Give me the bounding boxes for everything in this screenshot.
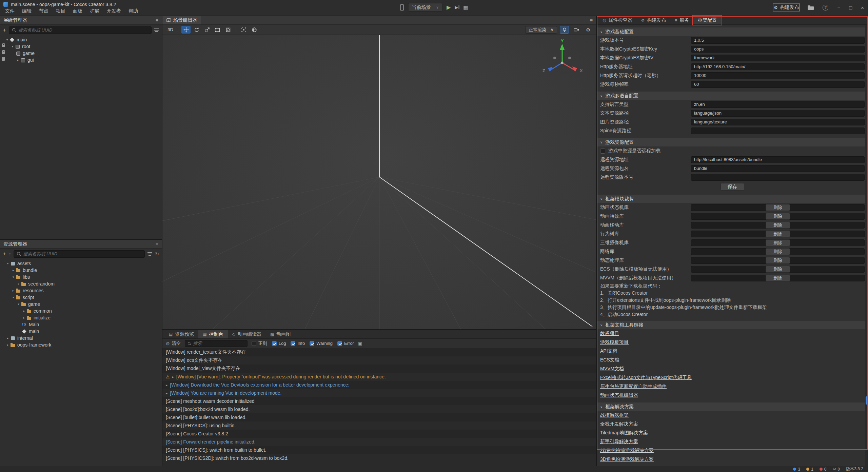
expand-arrow[interactable] — [10, 45, 15, 48]
preview-device-icon[interactable] — [400, 4, 404, 11]
tree-node[interactable]: script — [0, 294, 162, 301]
transform-tool-button[interactable] — [223, 26, 233, 34]
scene-editor-tab[interactable]: 场景编辑器 — [162, 16, 201, 24]
console-log-row[interactable]: [Window] model_view文件夹不存在 — [162, 365, 596, 373]
console-log-row[interactable]: ▸ [Window] Download the Vue Devtools ext… — [162, 381, 596, 389]
pivot-toggle-button[interactable] — [239, 26, 248, 34]
value-input[interactable]: 60 — [691, 81, 865, 88]
delete-button[interactable]: 删除 — [766, 257, 790, 264]
maximize-button[interactable]: □ — [849, 5, 852, 11]
console-log-row[interactable]: [Scene] [bullet]:bullet wasm lib loaded. — [162, 413, 596, 421]
menu-item[interactable]: 开发者 — [103, 7, 125, 15]
tree-node[interactable]: libs — [0, 274, 162, 280]
delete-button[interactable]: 删除 — [766, 222, 790, 229]
expand-arrow[interactable] — [16, 282, 21, 286]
section-chevron-icon[interactable]: ∨ — [600, 405, 603, 409]
tree-node[interactable]: bundle — [0, 267, 162, 274]
collapse-logs-icon[interactable]: ▣ — [358, 341, 362, 346]
expand-arrow[interactable]: ▸ — [166, 383, 167, 387]
expand-arrow[interactable] — [5, 343, 10, 347]
world-local-toggle-button[interactable] — [250, 26, 259, 34]
doc-link[interactable]: 3D角色扮演游戏解决方案 — [600, 456, 654, 463]
section-chevron-icon[interactable]: ∨ — [600, 323, 603, 327]
menu-item[interactable]: 文件 — [1, 7, 18, 15]
scale-tool-button[interactable] — [202, 26, 212, 34]
assets-search-input[interactable] — [23, 251, 142, 256]
expand-arrow[interactable] — [16, 58, 20, 62]
section-chevron-icon[interactable]: ∨ — [600, 30, 603, 34]
save-button[interactable]: 保存 — [721, 183, 744, 191]
log-count[interactable]: 3 — [793, 467, 800, 472]
menu-item[interactable]: 编辑 — [18, 7, 35, 15]
hierarchy-menu-icon[interactable]: ≡ — [156, 18, 158, 23]
doc-link[interactable]: Tiledmap地图解决方案 — [600, 430, 648, 436]
value-input[interactable] — [691, 127, 865, 134]
console-log-row[interactable]: [Scene] Forward render pipeline initiali… — [162, 438, 596, 446]
sort-assets-icon[interactable]: ↕ — [9, 251, 11, 256]
value-input[interactable]: zh,en — [691, 101, 865, 108]
tree-node[interactable]: Main — [0, 321, 162, 328]
lock-icon[interactable] — [2, 52, 5, 54]
tree-node[interactable]: game — [0, 301, 162, 308]
notification-count[interactable]: ✉ 0 — [833, 467, 840, 472]
value-input[interactable]: 1.0.5 — [691, 37, 865, 44]
doc-link[interactable]: 原生包热更新配置自动生成插件 — [600, 383, 667, 390]
tree-node[interactable]: assets — [0, 260, 162, 267]
scene-viewport[interactable]: Y X Z — [162, 35, 596, 329]
scene-menu-icon[interactable]: ≡ — [590, 18, 593, 23]
tree-node[interactable]: oops-framework — [0, 341, 162, 348]
doc-link[interactable]: MVVM文档 — [600, 366, 624, 372]
expand-arrow[interactable] — [22, 316, 26, 319]
expand-arrow[interactable] — [16, 302, 21, 306]
log-filter-checkbox[interactable]: Info — [291, 341, 305, 346]
build-publish-button[interactable]: ⚙ 构建发布 — [774, 4, 799, 11]
doc-link[interactable]: 动画状态机编辑器 — [600, 392, 638, 398]
expand-arrow[interactable]: ▸ — [166, 391, 167, 395]
value-input[interactable]: 10000 — [691, 72, 865, 79]
scrollbar-thumb[interactable] — [866, 396, 868, 405]
tree-node[interactable]: seedrandom — [0, 280, 162, 287]
console-log-row[interactable]: [Scene] [PHYSICS]: using builtin. — [162, 421, 596, 430]
doc-link[interactable]: ECS文档 — [600, 357, 619, 363]
lighting-toggle-button[interactable] — [560, 26, 569, 34]
log-filter-checkbox[interactable]: Warning — [310, 341, 333, 346]
delete-button[interactable]: 删除 — [766, 248, 790, 255]
tree-node[interactable]: common — [0, 308, 162, 314]
console-log-row[interactable]: [Scene] meshopt wasm decoder initialized — [162, 397, 596, 405]
tree-node[interactable]: main — [0, 36, 162, 43]
expand-arrow[interactable] — [11, 269, 16, 272]
log-filter-checkbox[interactable]: Error — [337, 341, 354, 346]
inspector-tab[interactable]: 构建发布 — [636, 16, 670, 24]
doc-link[interactable]: 全栈开发解决方案 — [600, 421, 638, 427]
delete-button[interactable]: 删除 — [766, 231, 790, 237]
value-input[interactable]: http://192.168.0.150/main/ — [691, 63, 865, 70]
expand-arrow[interactable]: ▸ — [172, 375, 174, 379]
delete-button[interactable]: 删除 — [766, 266, 790, 273]
console-log-row[interactable]: [Window] ecs文件夹不存在 — [162, 356, 596, 365]
layout-grid-icon[interactable]: ▦ — [463, 4, 468, 11]
menu-item[interactable]: 面板 — [69, 7, 86, 15]
tree-node[interactable]: resources — [0, 287, 162, 294]
camera-settings-button[interactable] — [572, 26, 581, 34]
menu-item[interactable]: 节点 — [35, 7, 52, 15]
value-input[interactable]: framework — [691, 55, 865, 61]
doc-link[interactable]: 2D角色扮演游戏解决方案 — [600, 448, 654, 454]
doc-link[interactable]: Excel格式转Json文件与TypeScript代码工具 — [600, 375, 692, 381]
value-input[interactable]: language/json — [691, 110, 865, 117]
inspector-tab[interactable]: 服务 — [670, 16, 693, 24]
play-button[interactable]: ▶ — [447, 4, 451, 11]
console-log-row[interactable]: ⚠ ▸ [Window] [Vue warn]: Property "onInp… — [162, 373, 596, 381]
step-button[interactable]: ▶ — [455, 5, 459, 10]
doc-link[interactable]: 教程项目 — [600, 331, 619, 337]
remote-load-checkbox[interactable] — [600, 149, 605, 154]
scene-select-dropdown[interactable]: 当前场景 ∨ — [408, 3, 442, 12]
tree-node[interactable]: initialize — [0, 314, 162, 321]
view-mode-3d-button[interactable]: 3D — [166, 26, 175, 34]
close-button[interactable]: × — [861, 5, 864, 11]
inspector-tab[interactable]: 框架配置 — [693, 16, 721, 24]
console-search-input[interactable] — [193, 341, 245, 346]
console-log-row[interactable]: [Window] render_texture文件夹不存在 — [162, 348, 596, 356]
menu-item[interactable]: 帮助 — [125, 7, 142, 15]
scene-settings-button[interactable]: ⚙ — [584, 26, 593, 34]
doc-link[interactable]: 新手引导解决方案 — [600, 439, 638, 445]
